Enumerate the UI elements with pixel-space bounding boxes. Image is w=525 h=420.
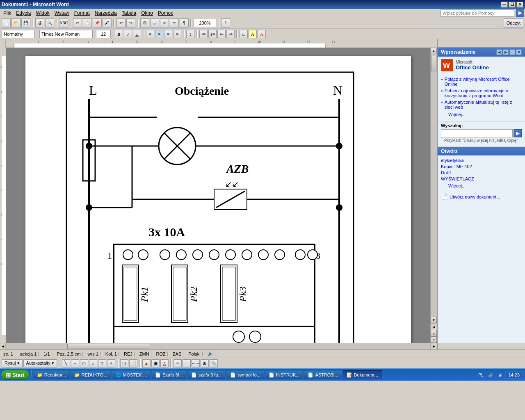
close-button[interactable]: ✕ bbox=[516, 2, 523, 8]
help-search-input[interactable] bbox=[441, 9, 514, 17]
office-online-text[interactable]: Office Online bbox=[456, 64, 489, 71]
draw-arrow-button[interactable]: → bbox=[71, 359, 79, 368]
taskbar-item-4[interactable]: 📄 szafa 3 fa... bbox=[187, 370, 226, 379]
draw-dash-button[interactable]: - - bbox=[183, 359, 191, 368]
show-hide-button[interactable]: ¶ bbox=[180, 18, 189, 27]
decrease-indent-button[interactable]: ⇐ bbox=[217, 30, 226, 38]
scroll-right-button[interactable]: ▶ bbox=[430, 343, 437, 349]
align-left-button[interactable]: ≡ bbox=[146, 30, 154, 38]
menu-narzedzia[interactable]: Narzędzia bbox=[92, 9, 119, 17]
menu-widok[interactable]: Widok bbox=[33, 9, 52, 17]
open-button[interactable]: 📂 bbox=[11, 18, 21, 27]
scroll-up-button[interactable]: ▲ bbox=[431, 48, 437, 54]
save-button[interactable]: 💾 bbox=[21, 18, 30, 27]
insert-table-button[interactable]: ⊞ bbox=[140, 18, 149, 27]
line-spacing-button[interactable]: ↕ bbox=[186, 30, 194, 38]
draw-clip-button[interactable]: 📎 bbox=[210, 359, 218, 368]
menu-okno[interactable]: Okno bbox=[139, 9, 155, 17]
spell-button[interactable]: ABC bbox=[59, 18, 68, 27]
drawing-button[interactable]: ✏ bbox=[170, 18, 179, 27]
panel-home-button[interactable]: ⌂ bbox=[509, 49, 515, 55]
menu-pomoc[interactable]: Pomoc bbox=[155, 9, 176, 17]
align-center-button[interactable]: ≡ bbox=[155, 30, 163, 38]
menu-format[interactable]: Format bbox=[72, 9, 92, 17]
draw-line-button[interactable]: ╲ bbox=[62, 359, 70, 368]
panel-forward-button[interactable]: ▶ bbox=[503, 49, 509, 55]
panel-link-2[interactable]: ● Automatycznie aktualizuj tę listę z si… bbox=[441, 100, 522, 110]
rysuj-button[interactable]: Rysuj ▾ bbox=[2, 359, 23, 368]
autoksztalty-button[interactable]: Autokształty ▾ bbox=[23, 359, 57, 368]
panel-link-0[interactable]: ● Połącz z witryną Microsoft Office Onli… bbox=[441, 77, 522, 87]
help-button[interactable]: ? bbox=[221, 18, 230, 27]
underline-button[interactable]: U bbox=[133, 30, 141, 38]
open-file-1[interactable]: Kopia TME 402 bbox=[441, 164, 522, 169]
redo-button[interactable]: ↪ bbox=[126, 18, 135, 27]
draw-wordart-button[interactable]: A bbox=[107, 359, 115, 368]
open-file-2[interactable]: Dok1 bbox=[441, 170, 522, 175]
draw-font-color-button[interactable]: A bbox=[160, 359, 169, 368]
format-painter-button[interactable]: 🖌 bbox=[103, 18, 112, 27]
draw-arrow-style-button[interactable]: ←→ bbox=[192, 359, 200, 368]
scroll-track[interactable] bbox=[431, 54, 437, 317]
italic-button[interactable]: I bbox=[124, 30, 132, 38]
scroll-corner[interactable]: ◢ bbox=[431, 323, 437, 330]
panel-search-input[interactable] bbox=[441, 129, 513, 137]
menu-edycja[interactable]: Edycja bbox=[14, 9, 33, 17]
copy-button[interactable]: 📋 bbox=[83, 18, 92, 27]
align-right-button[interactable]: ≡ bbox=[164, 30, 172, 38]
scroll-small-down[interactable]: ▽ bbox=[431, 336, 437, 343]
draw-line-style-button[interactable]: ≡ bbox=[173, 359, 182, 368]
draw-color-button[interactable]: ▲ bbox=[142, 359, 151, 368]
h-scroll-track[interactable] bbox=[6, 343, 430, 349]
menu-wstaw[interactable]: Wstaw bbox=[52, 9, 72, 17]
open-file-3[interactable]: WYŚWIETLACZ bbox=[441, 176, 522, 181]
panel-more-link[interactable]: Więcej... bbox=[441, 111, 522, 119]
highlight-button[interactable]: A bbox=[249, 30, 257, 38]
bold-button[interactable]: B bbox=[115, 30, 123, 38]
menu-tabela[interactable]: Tabela bbox=[119, 9, 139, 17]
draw-rect-button[interactable]: □ bbox=[80, 359, 88, 368]
maximize-button[interactable]: ❐ bbox=[509, 2, 516, 8]
draw-fill-button[interactable]: ▣ bbox=[151, 359, 160, 368]
draw-oval-button[interactable]: ○ bbox=[89, 359, 97, 368]
taskbar-item-1[interactable]: 📁 REDUKTO... bbox=[71, 370, 111, 379]
draw-shadow-button[interactable]: ◻ bbox=[120, 359, 128, 368]
border-button[interactable]: □ bbox=[240, 30, 248, 38]
open-file-0[interactable]: etykiety65a bbox=[441, 158, 522, 163]
vertical-scrollbar[interactable]: ▲ ▼ ◢ △ ▽ bbox=[430, 48, 437, 343]
horizontal-scrollbar[interactable]: ◀ ▶ bbox=[0, 343, 525, 349]
cut-button[interactable]: ✂ bbox=[73, 18, 82, 27]
scroll-small-up[interactable]: △ bbox=[431, 330, 437, 336]
menu-plik[interactable]: Plik bbox=[1, 9, 14, 17]
taskbar-item-5[interactable]: 📄 symbol fo... bbox=[226, 370, 264, 379]
font-size-selector[interactable]: 12 bbox=[96, 30, 111, 38]
zoom-selector[interactable]: 200% bbox=[194, 19, 216, 27]
taskbar-item-2[interactable]: 🌐 MOSTEK ... bbox=[112, 370, 151, 379]
panel-search-button[interactable]: ▶ bbox=[514, 129, 522, 137]
draw-textbox-button[interactable]: T bbox=[98, 359, 106, 368]
panel-back-button[interactable]: ◀ bbox=[496, 49, 502, 55]
bullets-button[interactable]: •≡ bbox=[199, 30, 208, 38]
font-selector[interactable]: Times New Roman bbox=[39, 30, 93, 38]
minimize-button[interactable]: — bbox=[501, 2, 508, 8]
font-color-button[interactable]: A bbox=[258, 30, 266, 38]
panel-link-1[interactable]: ● Pobierz najnowsze informacje o korzyst… bbox=[441, 88, 522, 98]
insert-excel-button[interactable]: 📊 bbox=[150, 18, 159, 27]
paste-button[interactable]: 📌 bbox=[93, 18, 102, 27]
taskbar-item-7[interactable]: 📄 ASTRO3I... bbox=[304, 370, 342, 379]
help-search-button[interactable]: ▶ bbox=[516, 9, 524, 17]
style-selector[interactable]: Normalny bbox=[2, 30, 34, 38]
scroll-down-button[interactable]: ▼ bbox=[431, 317, 437, 323]
taskbar-item-8[interactable]: 📝 Dokument... bbox=[343, 370, 382, 379]
taskbar-item-6[interactable]: 📄 INSTRUK... bbox=[265, 370, 303, 379]
taskbar-item-0[interactable]: 📁 Reduktor... bbox=[33, 370, 70, 379]
increase-indent-button[interactable]: ⇒ bbox=[226, 30, 235, 38]
scroll-thumb[interactable] bbox=[431, 55, 436, 71]
print-preview-button[interactable]: 🔍 bbox=[45, 18, 54, 27]
panel-close-button[interactable]: ✕ bbox=[516, 49, 522, 55]
open-more-link[interactable]: Więcej... bbox=[441, 183, 522, 190]
new-doc-link[interactable]: Utwórz nowy dokument... bbox=[450, 194, 500, 199]
new-button[interactable]: 📄 bbox=[2, 18, 11, 27]
taskbar-item-3[interactable]: 📄 Szafa 3f... bbox=[151, 370, 187, 379]
odczyt-button[interactable]: Odczyt bbox=[504, 18, 523, 27]
